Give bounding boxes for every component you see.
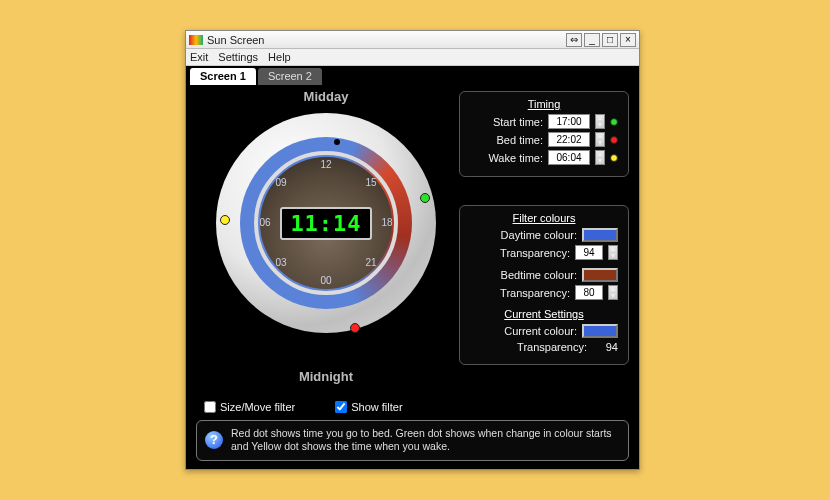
wake-time-dot-icon — [610, 154, 618, 162]
show-filter-label: Show filter — [351, 401, 402, 413]
window-title: Sun Screen — [207, 34, 566, 46]
wake-time-spinner[interactable]: ▲▼ — [595, 150, 605, 165]
red-dot-icon[interactable] — [350, 323, 360, 333]
hour-12: 12 — [317, 159, 335, 170]
show-filter-input[interactable] — [335, 401, 347, 413]
current-colour-swatch[interactable] — [582, 324, 618, 338]
current-transp-row: Transparency: 94 — [470, 341, 618, 353]
size-move-checkbox[interactable]: Size/Move filter — [204, 401, 295, 413]
close-button[interactable]: × — [620, 33, 636, 47]
bedtime-transp-label: Transparency: — [470, 287, 570, 299]
hour-06: 06 — [256, 217, 274, 228]
timing-heading: Timing — [470, 98, 618, 110]
menu-exit[interactable]: Exit — [190, 51, 208, 63]
hour-09: 09 — [272, 177, 290, 188]
hour-00: 00 — [317, 275, 335, 286]
hour-03: 03 — [272, 257, 290, 268]
bedtime-transp-input[interactable] — [575, 285, 603, 300]
start-time-label: Start time: — [470, 116, 543, 128]
start-time-input[interactable] — [548, 114, 590, 129]
daytime-transp-label: Transparency: — [470, 247, 570, 259]
bed-time-dot-icon — [610, 136, 618, 144]
daytime-colour-label: Daytime colour: — [470, 229, 577, 241]
app-window: Sun Screen ⇔ _ □ × Exit Settings Help Sc… — [185, 30, 640, 470]
content-area: Midday 11:14 12 15 18 21 00 03 06 09 — [186, 85, 639, 469]
minimize-button[interactable]: _ — [584, 33, 600, 47]
hour-21: 21 — [362, 257, 380, 268]
daytime-colour-swatch[interactable] — [582, 228, 618, 242]
daytime-transp-input[interactable] — [575, 245, 603, 260]
checkbox-row: Size/Move filter Show filter — [204, 401, 454, 413]
clock-dial: 11:14 12 15 18 21 00 03 06 09 — [216, 113, 436, 333]
restore-button[interactable]: ⇔ — [566, 33, 582, 47]
maximize-button[interactable]: □ — [602, 33, 618, 47]
tab-screen-2[interactable]: Screen 2 — [258, 68, 322, 85]
bedtime-colour-swatch[interactable] — [582, 268, 618, 282]
bed-time-label: Bed time: — [470, 134, 543, 146]
bed-time-input[interactable] — [548, 132, 590, 147]
label-midnight: Midnight — [196, 369, 456, 384]
daytime-transp-row: Transparency: ▲▼ — [470, 245, 618, 260]
black-tick-icon — [334, 139, 340, 145]
current-colour-label: Current colour: — [470, 325, 577, 337]
label-midday: Midday — [196, 89, 456, 104]
hour-18: 18 — [378, 217, 396, 228]
filter-colours-heading: Filter colours — [470, 212, 618, 224]
daytime-colour-row: Daytime colour: — [470, 228, 618, 242]
dial-area: Midday 11:14 12 15 18 21 00 03 06 09 — [196, 89, 456, 399]
start-time-spinner[interactable]: ▲▼ — [595, 114, 605, 129]
show-filter-checkbox[interactable]: Show filter — [335, 401, 402, 413]
timing-panel: Timing Start time: ▲▼ Bed time: ▲▼ Wake … — [459, 91, 629, 177]
size-move-input[interactable] — [204, 401, 216, 413]
help-icon: ? — [205, 431, 223, 449]
wake-time-label: Wake time: — [470, 152, 543, 164]
help-text: Red dot shows time you go to bed. Green … — [231, 427, 620, 454]
titlebar: Sun Screen ⇔ _ □ × — [186, 31, 639, 49]
menubar: Exit Settings Help — [186, 49, 639, 66]
tab-bar: Screen 1 Screen 2 — [186, 66, 639, 85]
hour-15: 15 — [362, 177, 380, 188]
yellow-dot-icon[interactable] — [220, 215, 230, 225]
bedtime-colour-row: Bedtime colour: — [470, 268, 618, 282]
current-settings-heading: Current Settings — [470, 308, 618, 320]
green-dot-icon[interactable] — [420, 193, 430, 203]
menu-help[interactable]: Help — [268, 51, 291, 63]
current-colour-row: Current colour: — [470, 324, 618, 338]
bedtime-transp-row: Transparency: ▲▼ — [470, 285, 618, 300]
wake-time-input[interactable] — [548, 150, 590, 165]
app-icon — [189, 35, 203, 45]
bedtime-colour-label: Bedtime colour: — [470, 269, 577, 281]
start-time-row: Start time: ▲▼ — [470, 114, 618, 129]
daytime-transp-spinner[interactable]: ▲▼ — [608, 245, 618, 260]
window-buttons: ⇔ _ □ × — [566, 33, 636, 47]
help-box: ? Red dot shows time you go to bed. Gree… — [196, 420, 629, 461]
menu-settings[interactable]: Settings — [218, 51, 258, 63]
current-transp-label: Transparency: — [470, 341, 587, 353]
bed-time-spinner[interactable]: ▲▼ — [595, 132, 605, 147]
clock-time-display: 11:14 — [280, 207, 371, 240]
tab-screen-1[interactable]: Screen 1 — [190, 68, 256, 85]
current-transp-value: 94 — [592, 341, 618, 353]
wake-time-row: Wake time: ▲▼ — [470, 150, 618, 165]
bed-time-row: Bed time: ▲▼ — [470, 132, 618, 147]
bedtime-transp-spinner[interactable]: ▲▼ — [608, 285, 618, 300]
start-time-dot-icon — [610, 118, 618, 126]
size-move-label: Size/Move filter — [220, 401, 295, 413]
filter-colours-panel: Filter colours Daytime colour: Transpare… — [459, 205, 629, 365]
